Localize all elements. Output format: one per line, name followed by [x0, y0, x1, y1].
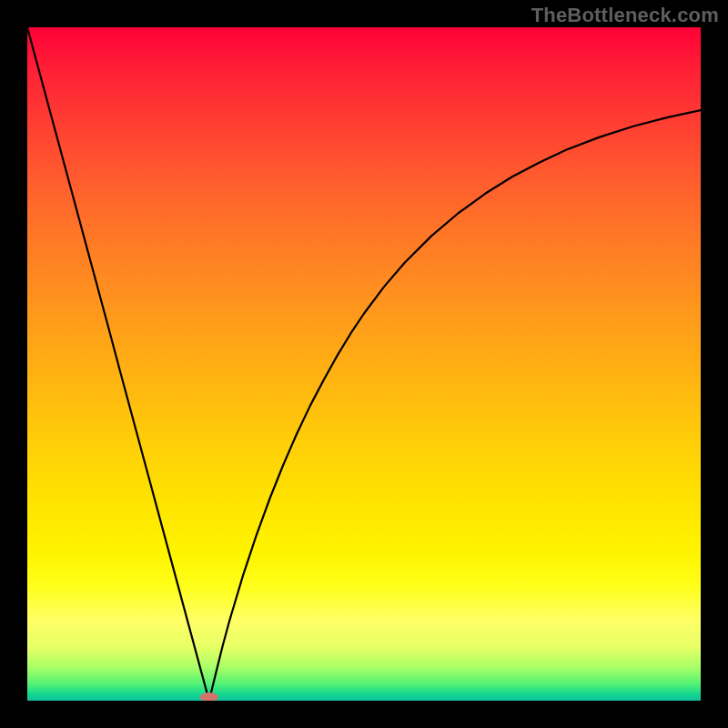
- watermark-text: TheBottleneck.com: [531, 4, 719, 27]
- plot-area: [27, 27, 701, 701]
- minimum-marker: [200, 693, 218, 701]
- bottleneck-curve: [27, 27, 701, 701]
- chart-frame: TheBottleneck.com: [0, 0, 728, 728]
- curve-path: [27, 27, 701, 701]
